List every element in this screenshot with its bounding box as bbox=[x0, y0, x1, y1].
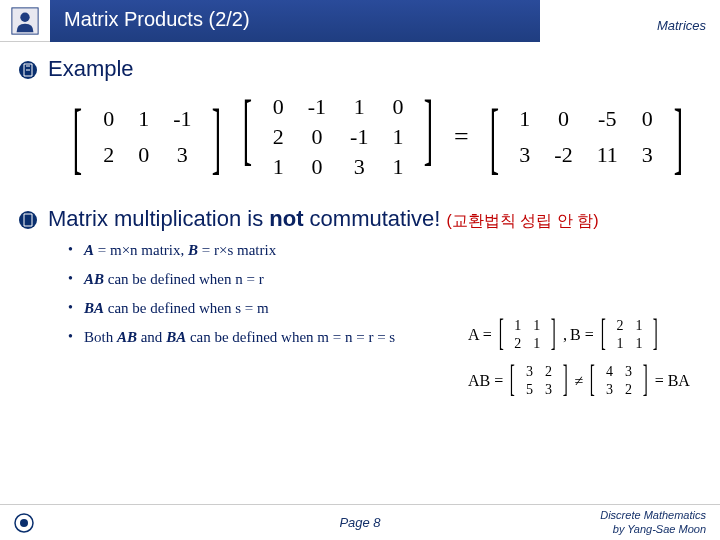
slide-footer: Page 8 Discrete Mathematics by Yang-Sae … bbox=[0, 504, 720, 540]
slide-category: Matrices bbox=[540, 0, 720, 42]
section-example: Example bbox=[18, 56, 702, 82]
slide-body: Example [ 01-1203 ] [ 0-11020-111031 ] =… bbox=[0, 42, 720, 346]
equals-sign: = bbox=[454, 122, 469, 152]
matrix-A-cells: 01-1203 bbox=[91, 101, 203, 173]
korean-note: (교환법칙 성립 안 함) bbox=[447, 212, 599, 229]
counter-example: A = [1121] , B = [2111] AB = [3253] ≠ [4… bbox=[468, 316, 698, 408]
university-logo bbox=[14, 513, 34, 533]
bullet-icon bbox=[18, 60, 38, 80]
footer-credit: Discrete Mathematics by Yang-Sae Moon bbox=[600, 509, 706, 535]
page-number: Page 8 bbox=[339, 515, 380, 530]
commutative-text: Matrix multiplication is not commutative… bbox=[48, 206, 599, 232]
slide-title: Matrix Products (2/2) bbox=[50, 0, 540, 42]
matrix-B: [ 0-11020-111031 ] bbox=[234, 92, 442, 182]
bullet-icon bbox=[18, 210, 38, 230]
counter-row-2: AB = [3253] ≠ [4332] = BA bbox=[468, 362, 698, 400]
section-commutative: Matrix multiplication is not commutative… bbox=[18, 206, 702, 232]
list-item: A = m×n matrix, B = r×s matrix bbox=[68, 242, 702, 259]
person-icon bbox=[0, 0, 50, 42]
matrix-A: [ 01-1203 ] bbox=[64, 101, 230, 173]
example-label: Example bbox=[48, 56, 134, 82]
svg-point-5 bbox=[20, 519, 28, 527]
counter-row-1: A = [1121] , B = [2111] bbox=[468, 316, 698, 354]
matrix-equation: [ 01-1203 ] [ 0-11020-111031 ] = [ 10-50… bbox=[54, 92, 702, 182]
slide-header: Matrix Products (2/2) Matrices bbox=[0, 0, 720, 42]
svg-point-1 bbox=[20, 12, 29, 21]
matrix-B-cells: 0-11020-111031 bbox=[261, 92, 416, 182]
matrix-C-cells: 10-503-2113 bbox=[507, 101, 665, 173]
list-item: AB can be defined when n = r bbox=[68, 271, 702, 288]
matrix-C: [ 10-503-2113 ] bbox=[481, 101, 692, 173]
list-item: BA can be defined when s = m bbox=[68, 300, 702, 317]
